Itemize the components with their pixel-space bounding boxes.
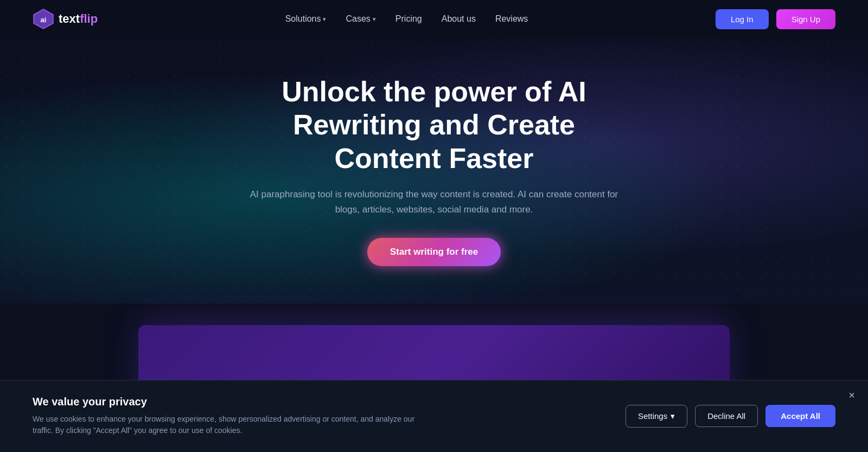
chevron-down-icon: ▾	[671, 411, 675, 421]
login-button[interactable]: Log In	[716, 9, 769, 29]
hero-title: Unlock the power of AI Rewriting and Cre…	[239, 75, 629, 175]
cookie-body: We use cookies to enhance your browsing …	[33, 414, 434, 437]
svg-text:ai: ai	[41, 16, 47, 24]
chevron-down-icon: ▾	[323, 16, 326, 23]
nav-link-cases[interactable]: Cases ▾	[346, 14, 375, 24]
cookie-actions: Settings ▾ Decline All Accept All	[626, 405, 835, 428]
cookie-accept-button[interactable]: Accept All	[765, 405, 835, 427]
hero-section: Unlock the power of AI Rewriting and Cre…	[0, 38, 868, 304]
cookie-close-button[interactable]: ×	[848, 389, 855, 402]
chevron-down-icon: ▾	[373, 16, 376, 23]
nav-item-pricing[interactable]: Pricing	[395, 14, 422, 24]
nav-link-pricing[interactable]: Pricing	[395, 14, 422, 24]
cta-button[interactable]: Start writing for free	[367, 238, 501, 266]
nav-link-reviews[interactable]: Reviews	[495, 14, 528, 24]
hero-subtitle: AI paraphrasing tool is revolutionizing …	[250, 187, 618, 217]
signup-button[interactable]: Sign Up	[776, 9, 835, 29]
cookie-decline-button[interactable]: Decline All	[695, 405, 758, 427]
logo[interactable]: ai textflip	[33, 8, 98, 30]
nav-item-about[interactable]: About us	[442, 14, 476, 24]
cookie-banner: We value your privacy We use cookies to …	[0, 380, 868, 452]
nav-item-solutions[interactable]: Solutions ▾	[285, 14, 327, 24]
hero-content: Unlock the power of AI Rewriting and Cre…	[228, 75, 640, 266]
logo-text: textflip	[59, 12, 98, 26]
nav-link-solutions[interactable]: Solutions ▾	[285, 14, 327, 24]
nav-links: Solutions ▾ Cases ▾ Pricing About us Rev…	[285, 14, 528, 24]
cookie-settings-button[interactable]: Settings ▾	[626, 405, 687, 428]
nav-actions: Log In Sign Up	[716, 9, 835, 29]
nav-link-about[interactable]: About us	[442, 14, 476, 24]
nav-item-reviews[interactable]: Reviews	[495, 14, 528, 24]
cookie-text: We value your privacy We use cookies to …	[33, 396, 604, 437]
nav-item-cases[interactable]: Cases ▾	[346, 14, 375, 24]
logo-icon: ai	[33, 8, 54, 30]
cookie-title: We value your privacy	[33, 396, 604, 408]
navbar: ai textflip Solutions ▾ Cases ▾ Pricing	[0, 0, 868, 38]
